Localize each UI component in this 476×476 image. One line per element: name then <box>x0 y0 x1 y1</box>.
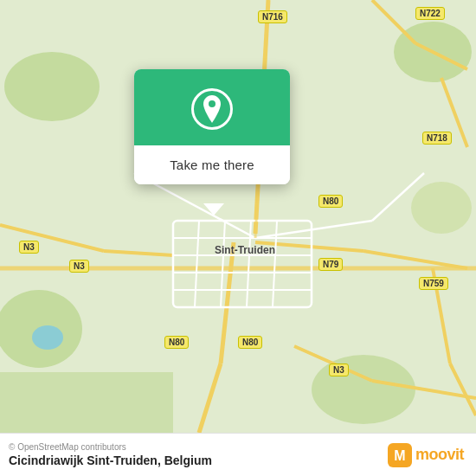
svg-point-2 <box>4 52 100 121</box>
road-label-N3-left2: N3 <box>69 260 89 273</box>
road-label-N80-bottom: N80 <box>238 336 262 349</box>
popup-header <box>134 69 290 145</box>
popup-card: Take me there <box>134 69 290 184</box>
moovit-icon: M <box>388 443 412 467</box>
road-label-N80-top: N80 <box>318 195 343 208</box>
road-label-N3-left: N3 <box>19 241 39 254</box>
road-label-N79: N79 <box>318 258 343 271</box>
svg-point-37 <box>209 100 215 107</box>
moovit-text: moovit <box>415 446 464 464</box>
svg-rect-6 <box>0 372 173 433</box>
svg-point-7 <box>312 355 415 424</box>
city-label: Sint-Truiden <box>215 244 275 256</box>
svg-point-5 <box>411 182 472 234</box>
map-background <box>0 0 476 433</box>
map-container[interactable]: N716 N722 N718 N80 N80 N80 N79 N759 N3 N… <box>0 0 476 433</box>
take-me-there-button[interactable]: Take me there <box>134 145 290 184</box>
road-label-N80-left: N80 <box>164 336 189 349</box>
svg-point-8 <box>32 325 63 350</box>
location-name: Cicindriawijk Sint-Truiden, Belgium <box>9 453 212 467</box>
popup-tail <box>203 203 224 215</box>
moovit-logo: M moovit <box>388 443 464 467</box>
footer: © OpenStreetMap contributors Cicindriawi… <box>0 433 476 476</box>
copyright-text: © OpenStreetMap contributors <box>9 442 212 452</box>
footer-left: © OpenStreetMap contributors Cicindriawi… <box>9 442 212 467</box>
road-label-N759: N759 <box>419 277 448 290</box>
location-pin-icon <box>191 88 233 130</box>
road-label-N716: N716 <box>258 10 287 23</box>
svg-text:M: M <box>394 448 405 463</box>
road-label-N3-bottom: N3 <box>329 363 349 376</box>
road-label-N718: N718 <box>422 132 452 145</box>
road-label-N722: N722 <box>415 7 445 20</box>
